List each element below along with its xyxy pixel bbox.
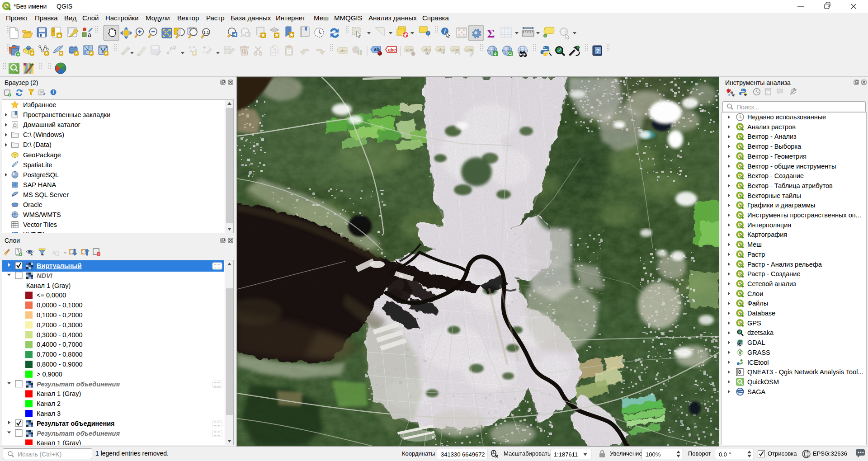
svg-text:Oracle: Oracle (23, 201, 42, 208)
svg-text:0,7000 - 0,8000: 0,7000 - 0,8000 (37, 351, 83, 358)
svg-text:abc: abc (424, 47, 431, 52)
svg-text:Канал 3: Канал 3 (37, 410, 61, 417)
svg-text:NDVI: NDVI (37, 272, 53, 279)
svg-text:0,0000 - 0,1000: 0,0000 - 0,1000 (37, 301, 83, 309)
svg-text:abc: abc (466, 47, 473, 52)
svg-text:ε: ε (52, 249, 55, 255)
svg-text:ab: ab (374, 47, 379, 52)
svg-text:Канал 1 (Gray): Канал 1 (Gray) (37, 439, 81, 445)
svg-text:SAGA: SAGA (747, 388, 766, 395)
svg-text:WMS/WMTS: WMS/WMTS (23, 211, 61, 218)
svg-text:Интерполяция: Интерполяция (747, 221, 791, 229)
svg-text:Растр - Анализ рельефа: Растр - Анализ рельефа (747, 261, 822, 268)
svg-text:abc: abc (452, 47, 459, 52)
svg-text:Database: Database (747, 310, 775, 317)
svg-text:Сетевой анализ: Сетевой анализ (747, 280, 796, 287)
svg-text:GRASS: GRASS (747, 349, 770, 356)
svg-text:Результат объединения: Результат объединения (37, 420, 115, 427)
svg-text:Канал 1 (Gray): Канал 1 (Gray) (37, 390, 81, 397)
svg-text:Виртуальный: Виртуальный (37, 262, 82, 269)
svg-text:PostgreSQL: PostgreSQL (23, 171, 59, 179)
svg-text:Анализ растров: Анализ растров (747, 123, 796, 131)
svg-text:Пространственные закладки: Пространственные закладки (23, 111, 110, 118)
svg-text:3: 3 (738, 369, 741, 375)
svg-text:Результат объединения: Результат объединения (37, 381, 120, 388)
svg-text:GDAL: GDAL (735, 343, 743, 346)
svg-text:Вектор - Создание: Вектор - Создание (747, 172, 804, 179)
svg-text:Растр - Создание: Растр - Создание (747, 270, 801, 278)
svg-text:0,2000 - 0,3000: 0,2000 - 0,3000 (37, 321, 83, 329)
svg-text:a: a (88, 31, 91, 38)
svg-text:abc: abc (388, 47, 396, 52)
svg-text:GDAL: GDAL (747, 339, 765, 346)
svg-text:SAP HANA: SAP HANA (23, 181, 56, 188)
svg-text:Вектор - Таблица атрибутов: Вектор - Таблица атрибутов (747, 182, 833, 189)
svg-text:i: i (53, 90, 54, 95)
svg-text:Векторные тайлы: Векторные тайлы (747, 192, 801, 199)
svg-text:XYZ Til: XYZ Til (23, 231, 44, 233)
svg-text:Домашний каталог: Домашний каталог (23, 121, 80, 128)
svg-text:Инструменты пространственных о: Инструменты пространственных оп... (747, 212, 861, 219)
svg-text:0,1000 - 0,2000: 0,1000 - 0,2000 (37, 311, 83, 319)
svg-text:Вектор - Анализ: Вектор - Анализ (747, 133, 797, 140)
svg-text:Недавно использованные: Недавно использованные (747, 113, 826, 121)
svg-text:Канал 1 (Gray): Канал 1 (Gray) (26, 282, 71, 289)
svg-text:0,4000 - 0,7000: 0,4000 - 0,7000 (37, 341, 83, 348)
svg-text:> 0,9000: > 0,9000 (37, 371, 62, 378)
svg-text:Файлы: Файлы (747, 300, 768, 307)
svg-text:1:1: 1:1 (203, 30, 209, 35)
svg-text:Графики и диаграммы: Графики и диаграммы (747, 202, 815, 209)
svg-text:Избранное: Избранное (23, 101, 56, 108)
svg-text:dzetsaka: dzetsaka (747, 329, 774, 336)
svg-text:Растр: Растр (747, 251, 765, 258)
svg-text:SpatiaLite: SpatiaLite (23, 161, 52, 169)
svg-text:MS SQL Server: MS SQL Server (23, 191, 69, 198)
svg-text:Vector Tiles: Vector Tiles (23, 221, 57, 228)
svg-text:abc: abc (340, 48, 347, 53)
svg-text:?: ? (596, 47, 600, 54)
svg-text:Результат объединения: Результат объединения (37, 430, 120, 437)
svg-text:abc: abc (406, 47, 413, 52)
svg-text:Вектор - Геометрия: Вектор - Геометрия (747, 153, 807, 160)
svg-text:C:\ (Windows): C:\ (Windows) (23, 131, 64, 138)
svg-text:QNEAT3 - Qgis Network Analysis: QNEAT3 - Qgis Network Analysis Tool... (747, 368, 863, 376)
svg-text:Вектор - Выборка: Вектор - Выборка (747, 143, 802, 150)
svg-text:Вектор - общие инструменты: Вектор - общие инструменты (747, 163, 836, 170)
svg-text:Картография: Картография (747, 231, 787, 238)
svg-text:<= 0,0000: <= 0,0000 (37, 292, 66, 299)
svg-text:GPS: GPS (747, 320, 761, 327)
svg-text:Канал 2: Канал 2 (37, 400, 61, 407)
svg-text:QuickOSM: QuickOSM (747, 378, 779, 386)
svg-text:ICEtool: ICEtool (747, 359, 769, 366)
svg-text:abc: abc (438, 47, 445, 52)
svg-text:0,8000 - 0,9000: 0,8000 - 0,9000 (37, 361, 83, 368)
svg-text:GeoPackage: GeoPackage (23, 151, 61, 159)
svg-text:Σ: Σ (487, 27, 495, 40)
svg-text:Слои: Слои (747, 290, 763, 297)
svg-text:Меш: Меш (747, 241, 762, 248)
svg-text:D:\ (Data): D:\ (Data) (23, 141, 52, 148)
svg-text:0,3000 - 0,4000: 0,3000 - 0,4000 (37, 331, 83, 339)
